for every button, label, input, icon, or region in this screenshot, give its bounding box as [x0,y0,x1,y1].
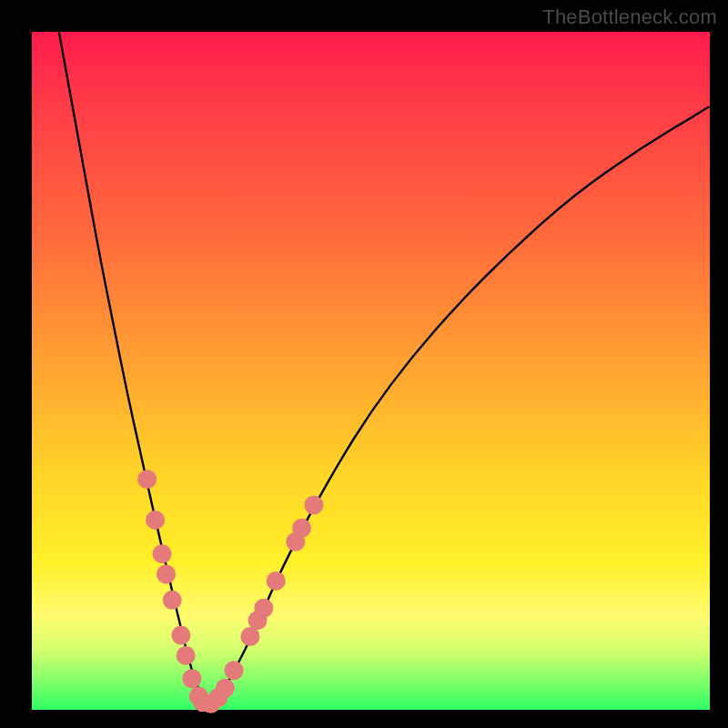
data-marker [157,565,176,584]
data-marker [146,511,165,530]
data-marker [153,544,172,563]
data-marker [137,470,157,489]
data-marker [216,679,235,698]
data-marker [267,571,286,591]
plot-area [32,32,710,710]
data-marker [225,661,244,680]
chart-svg [32,32,710,710]
data-marker [254,599,273,618]
data-marker [304,496,323,515]
data-marker [240,627,259,646]
bottleneck-curve [59,32,710,701]
watermark-text: TheBottleneck.com [542,5,717,29]
data-marker [171,626,190,645]
chart-frame: TheBottleneck.com [0,0,728,728]
data-marker [177,646,196,665]
data-marker [163,591,182,610]
data-marker [292,519,311,538]
data-marker [182,669,201,688]
